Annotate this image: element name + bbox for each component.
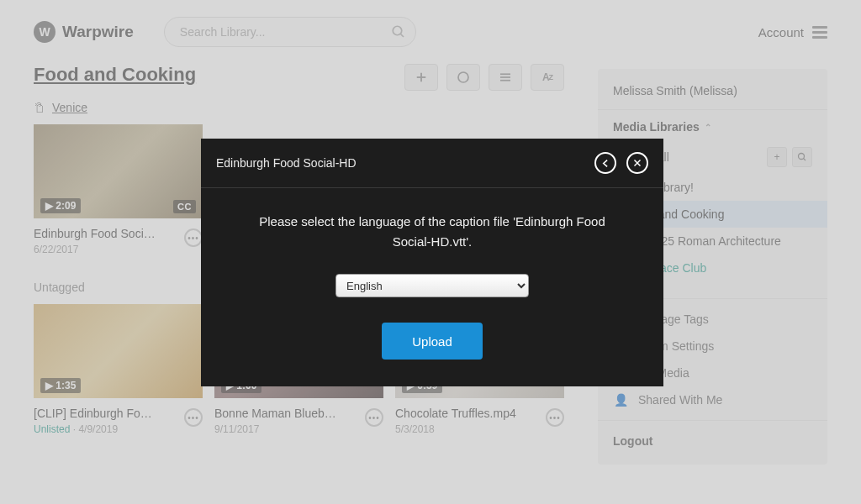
back-button[interactable]	[594, 152, 616, 174]
modal-title: Edinburgh Food Social-HD	[216, 156, 357, 170]
caption-language-modal: Edinburgh Food Social-HD Please select t…	[201, 139, 663, 386]
upload-button[interactable]: Upload	[382, 323, 483, 360]
modal-message: Please select the language of the captio…	[245, 212, 620, 252]
close-button[interactable]	[626, 152, 648, 174]
language-select[interactable]: English	[335, 274, 529, 297]
